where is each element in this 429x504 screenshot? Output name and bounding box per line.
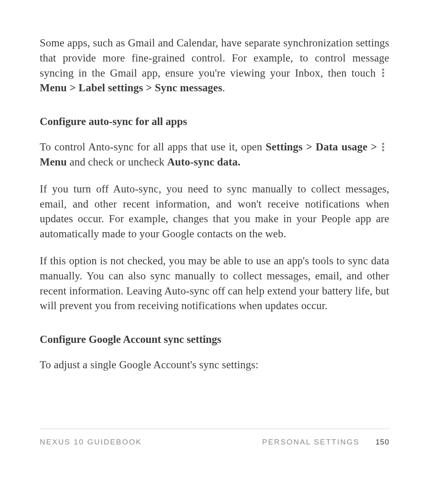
page-number: 150 xyxy=(375,438,389,446)
para1-bold: Menu > Label settings > Sync messages xyxy=(40,82,222,94)
heading-configure-autosync: Configure auto-sync for all apps xyxy=(40,115,389,128)
paragraph-4: If this option is not checked, you may b… xyxy=(40,254,389,314)
para1-text1: Some apps, such as Gmail and Calendar, h… xyxy=(40,37,389,79)
para2-bold2: Menu xyxy=(40,156,67,168)
footer-section-title: PERSONAL SETTINGS xyxy=(262,438,360,446)
paragraph-2: To control Anto-sync for all apps that u… xyxy=(40,140,389,170)
paragraph-1: Some apps, such as Gmail and Calendar, h… xyxy=(40,36,389,96)
document-page: Some apps, such as Gmail and Calendar, h… xyxy=(0,0,429,373)
menu-icon xyxy=(382,69,387,77)
paragraph-5: To adjust a single Google Account's sync… xyxy=(40,358,389,373)
para2-bold3: Auto-sync data. xyxy=(167,156,241,168)
paragraph-3: If you turn off Auto-sync, you need to s… xyxy=(40,182,389,242)
para1-text3: . xyxy=(222,82,225,94)
page-footer: NEXUS 10 GUIDEBOOK PERSONAL SETTINGS 150 xyxy=(40,429,389,446)
para2-text1: To control Anto-sync for all apps that u… xyxy=(40,141,266,153)
heading-google-account-sync: Configure Google Account sync settings xyxy=(40,333,389,346)
para2-bold1: Settings > Data usage > xyxy=(266,141,381,153)
footer-book-title: NEXUS 10 GUIDEBOOK xyxy=(40,438,142,446)
menu-icon xyxy=(382,143,387,152)
para2-text4: and check or uncheck xyxy=(67,156,167,168)
footer-right-group: PERSONAL SETTINGS 150 xyxy=(262,438,389,446)
